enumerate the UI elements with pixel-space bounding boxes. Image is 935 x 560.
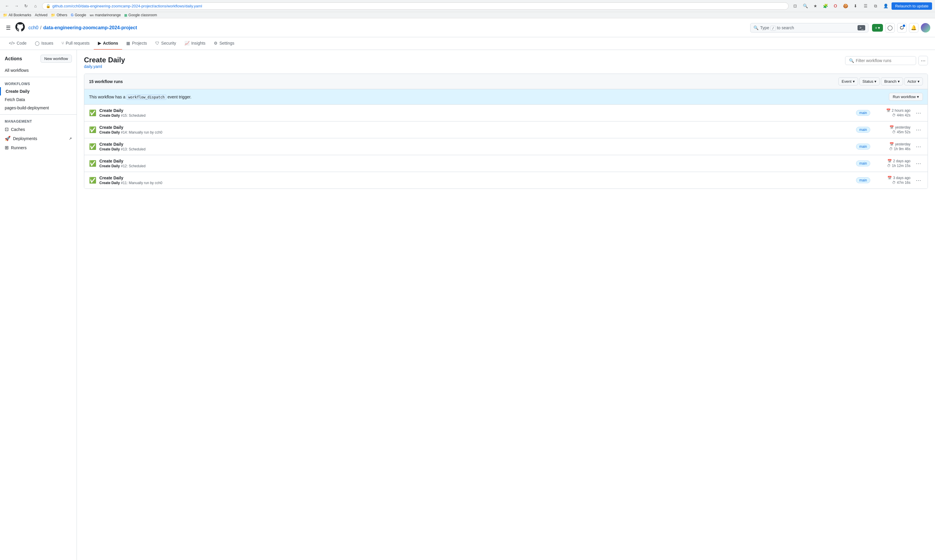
hamburger-icon[interactable]: ☰ — [5, 23, 12, 32]
back-button[interactable]: ← — [3, 2, 11, 10]
sidebar-item-caches[interactable]: ⊡ Caches — [0, 125, 77, 134]
browser-chrome: ← → ↻ ⌂ 🔒 github.com/cch0/data-engineeri… — [0, 0, 935, 12]
bookmark-google[interactable]: G Google — [71, 13, 86, 17]
run-branch-badge-3[interactable]: main — [856, 144, 870, 149]
sidebar-workflows-section: Workflows — [0, 80, 77, 87]
relaunch-button[interactable]: Relaunch to update — [892, 2, 932, 10]
issues-icon: ◯ — [35, 41, 40, 46]
sidebar-item-create-daily[interactable]: Create Daily — [0, 87, 77, 95]
bookmark-all-bookmarks[interactable]: 📁 All Bookmarks — [3, 13, 31, 17]
runs-table: 15 workflow runs Event ▾ Status ▾ Branch… — [84, 74, 928, 189]
table-row[interactable]: ✅ Create Daily Create Daily #15: Schedul… — [84, 105, 927, 122]
run-branch-badge-4[interactable]: main — [856, 160, 870, 166]
table-row[interactable]: ✅ Create Daily Create Daily #14: Manuall… — [84, 122, 927, 138]
run-workflow-button[interactable]: Run workflow ▾ — [889, 93, 923, 101]
search-placeholder: Type / to search — [760, 25, 856, 30]
clock-icon-2: ⏱ — [892, 130, 896, 134]
new-workflow-button[interactable]: New workflow — [40, 55, 72, 63]
sidebar-browser-button[interactable]: ☰ — [861, 2, 870, 10]
chevron-down-icon-2: ▾ — [874, 79, 876, 84]
status-filter-button[interactable]: Status ▾ — [859, 77, 880, 85]
nav-insights[interactable]: 📈 Insights — [180, 37, 209, 50]
bookmark-others[interactable]: 📁 Others — [51, 13, 67, 17]
nav-security[interactable]: 🛡 Security — [151, 37, 180, 50]
event-filter-button[interactable]: Event ▾ — [838, 77, 858, 85]
workflow-file-link[interactable]: daily.yaml — [84, 64, 102, 69]
nav-pull-requests[interactable]: ⑂ Pull requests — [57, 37, 94, 50]
nav-code[interactable]: </> Code — [5, 37, 31, 50]
bookmark-achived[interactable]: Achived — [35, 13, 48, 17]
branch-filter-button[interactable]: Branch ▾ — [881, 77, 903, 85]
sidebar-item-runners[interactable]: ⊞ Runners — [0, 143, 77, 152]
run-branch-badge-5[interactable]: main — [856, 177, 870, 183]
breadcrumb-repo[interactable]: data-engineering-zoomcamp-2024-project — [43, 25, 137, 31]
breadcrumb-separator: / — [40, 25, 42, 31]
run-more-button[interactable]: ⋯ — [914, 108, 923, 117]
breadcrumb: cch0 / data-engineering-zoomcamp-2024-pr… — [28, 25, 137, 31]
run-info-3: Create Daily Create Daily #13: Scheduled — [99, 142, 851, 151]
lock-icon: 🔒 — [46, 4, 51, 8]
bookmark-google-classroom[interactable]: ▦ Google classroom — [124, 13, 157, 17]
run-branch-badge-2[interactable]: main — [856, 127, 870, 133]
success-status-icon-4: ✅ — [89, 160, 96, 167]
sidebar-item-pages-build-deployment[interactable]: pages-build-deployment — [0, 104, 77, 112]
new-item-button[interactable]: + ▾ — [872, 24, 883, 32]
cookie-button[interactable]: 🍪 — [841, 2, 850, 10]
bookmark-button[interactable]: ★ — [811, 2, 819, 10]
extensions-button[interactable]: 🧩 — [821, 2, 829, 10]
cast-button[interactable]: ⊡ — [791, 2, 799, 10]
nav-projects[interactable]: ▦ Projects — [122, 37, 151, 50]
github-logo[interactable] — [15, 22, 25, 33]
search-browser-button[interactable]: 🔍 — [801, 2, 809, 10]
run-time: 📅 2 hours ago — [886, 108, 910, 112]
run-subtitle-2: Create Daily #14: Manually run by cch0 — [99, 130, 851, 134]
nav-issues[interactable]: ◯ Issues — [31, 37, 57, 50]
more-options-button[interactable]: ⋯ — [918, 56, 928, 65]
nav-settings[interactable]: ⚙ Settings — [209, 37, 239, 50]
search-bar[interactable]: 🔍 Type / to search >_ — [750, 23, 869, 32]
breadcrumb-user[interactable]: cch0 — [28, 25, 39, 31]
table-row[interactable]: ✅ Create Daily Create Daily #12: Schedul… — [84, 155, 927, 172]
download-button[interactable]: ⬇ — [851, 2, 860, 10]
nav-actions[interactable]: ▶ Actions — [94, 37, 122, 50]
actions-icon: ▶ — [98, 41, 101, 46]
bookmarks-bar: 📁 All Bookmarks Achived 📁 Others G Googl… — [0, 12, 935, 18]
page-header-right: 🔍 ⋯ — [845, 56, 928, 65]
home-button[interactable]: ⌂ — [31, 2, 40, 10]
reload-button[interactable]: ↻ — [22, 2, 30, 10]
sidebar-all-workflows[interactable]: All workflows — [0, 66, 77, 74]
split-button[interactable]: ⧉ — [872, 2, 880, 10]
address-bar[interactable]: 🔒 github.com/cch0/data-engineering-zoomc… — [42, 2, 789, 10]
filter-workflow-runs-input[interactable] — [856, 58, 912, 63]
clock-icon: ⏱ — [892, 113, 896, 117]
page-header: Create Daily daily.yaml 🔍 ⋯ — [84, 56, 928, 69]
chevron-down-icon-4: ▾ — [918, 79, 920, 84]
browser-nav-buttons: ← → ↻ ⌂ — [3, 2, 40, 10]
run-more-button-2[interactable]: ⋯ — [914, 125, 923, 134]
table-row[interactable]: ✅ Create Daily Create Daily #11: Manuall… — [84, 172, 927, 189]
pull-requests-button[interactable]: ℺ — [897, 23, 907, 32]
run-more-button-5[interactable]: ⋯ — [914, 176, 923, 185]
issues-button[interactable]: ◯ — [885, 23, 895, 32]
sidebar-item-fetch-data[interactable]: Fetch Data — [0, 95, 77, 104]
forward-button[interactable]: → — [12, 2, 21, 10]
avatar[interactable] — [921, 23, 930, 32]
filter-input-container[interactable]: 🔍 — [845, 56, 916, 65]
bookmark-mandarinorange[interactable]: wx mandarinorange — [89, 13, 121, 17]
run-name-bold-2: Create Daily — [99, 130, 120, 134]
actor-filter-button[interactable]: Actor ▾ — [904, 77, 923, 85]
notifications-button[interactable]: 🔔 — [909, 23, 918, 32]
run-name-2: Create Daily — [99, 125, 851, 130]
run-branch-badge[interactable]: main — [856, 110, 870, 116]
run-info-5: Create Daily Create Daily #11: Manually … — [99, 175, 851, 185]
run-more-button-3[interactable]: ⋯ — [914, 142, 923, 151]
sidebar-item-deployments[interactable]: 🚀 Deployments ↗ — [0, 134, 77, 143]
profile-button[interactable]: 👤 — [881, 2, 890, 10]
opera-button[interactable]: O — [831, 2, 839, 10]
chevron-down-icon-3: ▾ — [898, 79, 900, 84]
run-info: Create Daily Create Daily #15: Scheduled — [99, 108, 851, 118]
calendar-icon-4: 📅 — [887, 159, 892, 163]
table-row[interactable]: ✅ Create Daily Create Daily #13: Schedul… — [84, 138, 927, 155]
run-name-5: Create Daily — [99, 175, 851, 180]
run-more-button-4[interactable]: ⋯ — [914, 159, 923, 168]
